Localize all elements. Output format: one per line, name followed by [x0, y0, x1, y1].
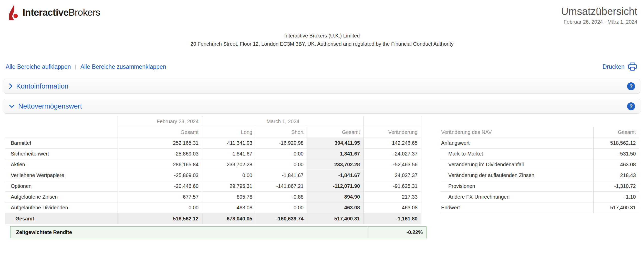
logo-word-interactive: Interactive [23, 7, 69, 18]
value-change: 24,027.37 [364, 170, 421, 181]
logo-word-brokers: Brokers [69, 7, 100, 18]
row-label: Andere FX-Umrechnungen [440, 192, 593, 202]
print-button[interactable]: Drucken [603, 62, 637, 71]
value-short: 0.00 [256, 159, 307, 170]
row-label: Veränderung der auflaufenden Zinsen [440, 170, 593, 181]
page-header: InteractiveBrokers Umsatzübersicht Febru… [0, 0, 644, 25]
date-header-row: February 23, 2024 March 1, 2024 [5, 116, 421, 127]
col-header-long: Long [202, 127, 256, 138]
print-label: Drucken [603, 63, 625, 70]
nav-change-table: Veränderung des NAV Gesamt Anfangswert 5… [440, 127, 639, 213]
value-mar: 463.08 [307, 202, 364, 213]
row-label: Aufgelaufene Zinsen [5, 192, 118, 202]
value-change: 142,246.65 [364, 138, 421, 149]
value-change: -24,027.37 [364, 149, 421, 159]
expand-all-link[interactable]: Alle Bereiche aufklappen [6, 63, 71, 70]
row-label: Aufgelaufene Dividenden [5, 202, 118, 213]
value-feb: 252,165.31 [118, 138, 202, 149]
value-feb: 25,869.03 [118, 149, 202, 159]
table-row-endwert: Endwert 517,400.31 [440, 202, 639, 213]
row-label: Endwert [440, 202, 593, 213]
table-row-verliehene-wertpapiere: Verliehene Wertpapiere -25,869.03 0.00 -… [5, 170, 421, 181]
value-mar: 1,841.67 [307, 149, 364, 159]
column-header-row: Gesamt Long Short Gesamt Veränderung [5, 127, 421, 138]
row-label: Mark-to-Market [440, 149, 593, 159]
table-row-aufgelaufene-dividenden: Aufgelaufene Dividenden 0.00 463.08 0.00… [5, 202, 421, 213]
table-row-fx-umrechnungen: Andere FX-Umrechnungen -1.10 [440, 192, 639, 202]
table-row-optionen: Optionen -20,446.60 29,795.31 -141,867.2… [5, 181, 421, 192]
col-group-feb: February 23, 2024 [118, 116, 202, 127]
row-value: -1.10 [593, 192, 639, 202]
help-icon[interactable]: ? [627, 102, 635, 110]
table-row-anfangswert: Anfangswert 518,562.12 [440, 138, 639, 149]
col-header-feb-gesamt: Gesamt [118, 127, 202, 138]
twr-value: -0.22% [369, 227, 426, 238]
row-label: Provisionen [440, 181, 593, 192]
col-header-veraenderung: Veränderung [364, 127, 421, 138]
empty-header-cell [5, 116, 118, 127]
report-title-block: Umsatzübersicht Februar 26, 2024 - März … [561, 4, 637, 25]
table-row-gesamt-total: Gesamt 518,562.12 678,040.05 -160,639.74… [5, 213, 421, 224]
chevron-right-icon [9, 83, 13, 89]
twr-label: Zeitgewichtete Rendite [11, 227, 369, 238]
row-label: Barmittel [5, 138, 118, 149]
row-label: Optionen [5, 181, 118, 192]
value-short: 0.00 [256, 149, 307, 159]
col-group-mar: March 1, 2024 [202, 116, 364, 127]
time-weighted-return-row: Zeitgewichtete Rendite -0.22% [10, 226, 427, 238]
firm-address: 20 Fenchurch Street, Floor 12, London EC… [0, 40, 644, 48]
total-feb: 518,562.12 [118, 213, 202, 224]
value-mar: -1,841.67 [307, 170, 364, 181]
value-feb: 0.00 [118, 202, 202, 213]
link-separator: | [75, 64, 76, 70]
value-long: 233,702.28 [202, 159, 256, 170]
value-long: 895.78 [202, 192, 256, 202]
row-value: 517,400.31 [593, 202, 639, 213]
net-asset-value-content: February 23, 2024 March 1, 2024 Gesamt L… [0, 116, 644, 238]
empty-header-cell [5, 127, 118, 138]
section-kontoinformation[interactable]: Kontoinformation ? [4, 79, 640, 94]
value-mar: 233,702.28 [307, 159, 364, 170]
value-short: -1,841.67 [256, 170, 307, 181]
table-row-dividendenanfall: Veränderung im Dividendenanfall 463.08 [440, 159, 639, 170]
table-row-aktien: Aktien 286,165.84 233,702.28 0.00 233,70… [5, 159, 421, 170]
expand-collapse-links: Alle Bereiche aufklappen | Alle Bereiche… [6, 63, 166, 70]
nav-table: February 23, 2024 March 1, 2024 Gesamt L… [5, 116, 421, 238]
value-feb: -25,869.03 [118, 170, 202, 181]
value-mar: -112,071.90 [307, 181, 364, 192]
value-feb: 286,165.84 [118, 159, 202, 170]
section-nettovermoegenswert[interactable]: Nettovermögenswert ? [4, 99, 640, 114]
help-icon[interactable]: ? [627, 82, 635, 90]
collapse-all-link[interactable]: Alle Bereiche zusammenklappen [80, 63, 166, 70]
nav-change-header-label: Veränderung des NAV [440, 127, 593, 138]
firm-info: Interactive Brokers (U.K.) Limited 20 Fe… [0, 32, 644, 48]
row-value: 518,562.12 [593, 138, 639, 149]
value-change: 217.33 [364, 192, 421, 202]
table-row-barmittel: Barmittel 252,165.31 411,341.93 -16,929.… [5, 138, 421, 149]
empty-header-cell [364, 116, 421, 127]
col-header-short: Short [256, 127, 307, 138]
row-value: 218.43 [593, 170, 639, 181]
chevron-down-icon [9, 104, 15, 108]
row-value: 463.08 [593, 159, 639, 170]
total-label: Gesamt [5, 213, 118, 224]
value-long: 0.00 [202, 170, 256, 181]
section-title-kontoinformation: Kontoinformation [16, 82, 68, 90]
row-label: Sicherheitenwert [5, 149, 118, 159]
total-change: -1,161.80 [364, 213, 421, 224]
row-label: Verliehene Wertpapiere [5, 170, 118, 181]
table-row-mark-to-market: Mark-to-Market -531.50 [440, 149, 639, 159]
value-long: 1,841.67 [202, 149, 256, 159]
total-long: 678,040.05 [202, 213, 256, 224]
nav-change-header-gesamt: Gesamt [593, 127, 639, 138]
value-long: 411,341.93 [202, 138, 256, 149]
page-title: Umsatzübersicht [561, 6, 637, 17]
value-feb: -20,446.60 [118, 181, 202, 192]
actions-row: Alle Bereiche aufklappen | Alle Bereiche… [6, 62, 637, 71]
firm-name: Interactive Brokers (U.K.) Limited [0, 32, 644, 40]
total-mar: 517,400.31 [307, 213, 364, 224]
value-short: -0.88 [256, 192, 307, 202]
ib-logo-text: InteractiveBrokers [23, 7, 100, 18]
nav-change-header-row: Veränderung des NAV Gesamt [440, 127, 639, 138]
table-row-auflaufende-zinsen: Veränderung der auflaufenden Zinsen 218.… [440, 170, 639, 181]
